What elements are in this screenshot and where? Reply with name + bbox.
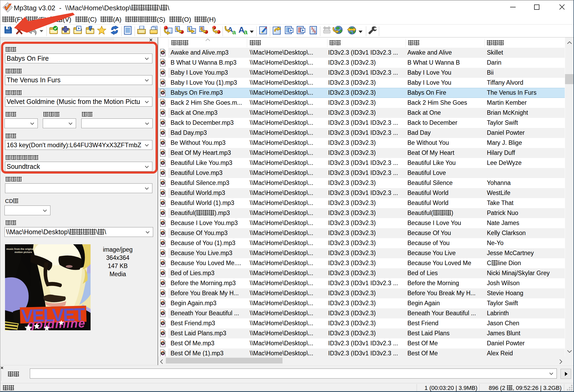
svg-text:music from the original: music from the original [6,247,34,250]
svg-text:motion picture: motion picture [15,251,32,254]
svg-text:a: a [244,28,248,36]
svg-text:a: a [232,28,236,36]
svg-text:3: 3 [314,30,316,34]
